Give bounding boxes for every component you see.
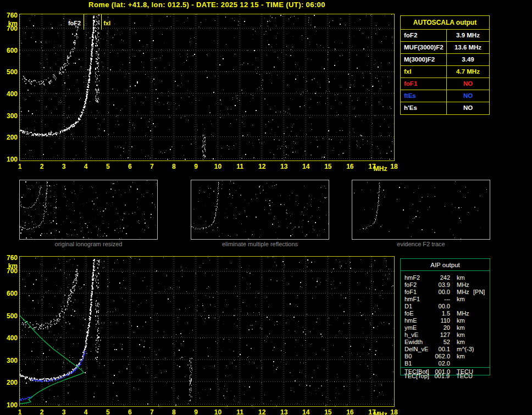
aip-row-foF1: foF100.0MHz[PN] [401, 289, 490, 296]
bottom-y-tick-300: 300 [1, 357, 18, 364]
bottom-x-unit: MHz [374, 411, 386, 415]
ionogram-bottom-canvas [20, 257, 394, 406]
aip-row-ymE: ymE20km [401, 324, 490, 331]
aip-row-label: foE [404, 310, 414, 317]
aip-row-value: 52 [429, 339, 450, 346]
aip-row-unit: MHz [457, 281, 469, 289]
aip-row-value: 03.9 [429, 281, 450, 289]
aip-row-label: TEC[Top] [404, 373, 429, 380]
caption-no-multiples: eliminate multiple reflections [191, 241, 329, 247]
bottom-y-tick-400: 400 [1, 335, 18, 341]
bottom-y-tick-100: 100 [1, 402, 18, 408]
aip-row-label: B0 [404, 353, 412, 360]
aip-row-TEC-Top: TEC[Top]001.9TECU [400, 373, 490, 380]
top-x-tick-18: 18 [388, 163, 400, 170]
aip-row-unit: km [457, 339, 465, 346]
autoscala-row-label: fxI [401, 66, 447, 78]
autoscala-row-h'Es: h'EsNO [401, 102, 489, 114]
aip-row-value: --- [429, 296, 450, 303]
top-x-tick-13: 13 [278, 163, 290, 170]
autoscala-row-foF2: foF23.9 MHz [401, 30, 489, 42]
aip-row-value: 00.0 [429, 303, 450, 310]
autoscala-row-ftEs: ftEsNO [401, 90, 489, 102]
aip-row-label: foF2 [404, 281, 417, 289]
aip-row-value: 242 [429, 274, 450, 281]
bottom-x-tick-13: 13 [278, 409, 290, 415]
top-x-tick-7: 7 [146, 163, 158, 170]
top-y-tick-760: 760 [1, 12, 18, 19]
bottom-y-tick-600: 600 [1, 290, 18, 297]
bottom-x-tick-4: 4 [80, 409, 92, 415]
aip-row-foE: foE1.5MHz [401, 310, 490, 317]
aip-row-value: 00.0 [429, 289, 450, 296]
aip-tec-top-container: TEC[Top]001.9TECU [400, 373, 490, 380]
top-y-tick-300: 300 [1, 113, 18, 119]
bottom-x-tick-3: 3 [58, 409, 70, 415]
bottom-y-tick-760: 760 [1, 254, 18, 261]
ionogram-top: foF2fxI [19, 14, 395, 161]
aip-row-label: DelN_vE [404, 346, 428, 353]
top-x-tick-6: 6 [124, 163, 136, 170]
caption-original-ionogram: original ionogram resized [19, 241, 158, 247]
autoscala-row-label: ftEs [401, 90, 447, 102]
aip-row-unit: MHz [457, 310, 469, 317]
autoscala-row-value: 4.7 MHz [447, 66, 489, 78]
top-x-tick-3: 3 [58, 163, 70, 170]
aip-row-hmE: hmE110km [401, 317, 490, 324]
top-x-tick-5: 5 [102, 163, 114, 170]
aip-row-hmF2: hmF2242km [401, 274, 490, 281]
aip-row-DelN_vE: DelN_vE00.1m^(-3) [401, 346, 490, 353]
autoscala-row-label: MUF(3000)F2 [401, 42, 447, 53]
aip-row-unit: TECU [456, 373, 473, 380]
autoscala-row-value: 3.49 [447, 54, 489, 65]
aip-row-h_vE: h_vE127km [401, 331, 490, 339]
aip-row-foF2: foF203.9MHz [401, 281, 490, 289]
autoscala-row-value: NO [447, 78, 489, 90]
aip-row-unit: km [457, 331, 465, 339]
aip-row-label: D1 [404, 303, 412, 310]
top-y-tick-100: 100 [1, 156, 18, 163]
aip-output-table: AIP output hmF2242kmfoF203.9MHzfoF100.0M… [400, 258, 490, 375]
aip-row-unit: m^(-3) [457, 346, 474, 353]
aip-row-value: 00.1 [429, 346, 450, 353]
aip-row-B0: B0062.0km [401, 353, 490, 360]
autoscala-row-label: foF2 [401, 30, 447, 41]
bottom-y-tick-500: 500 [1, 313, 18, 319]
bottom-y-unit: km [1, 263, 18, 269]
bottom-x-tick-10: 10 [212, 409, 224, 415]
bottom-x-tick-12: 12 [256, 409, 268, 415]
top-x-tick-1: 1 [14, 163, 26, 170]
thumbnail-f2-trace [352, 180, 490, 240]
aip-row-label: foF1 [404, 289, 417, 296]
top-x-tick-11: 11 [234, 163, 246, 170]
aip-row-extra: [PN] [473, 289, 485, 296]
top-y-tick-600: 600 [1, 47, 18, 54]
aip-row-unit: km [457, 353, 465, 360]
bottom-x-tick-14: 14 [300, 409, 312, 415]
top-x-tick-12: 12 [256, 163, 268, 170]
bottom-y-tick-200: 200 [1, 379, 18, 386]
thumbnail-f2-trace-canvas [352, 180, 490, 239]
top-x-tick-14: 14 [300, 163, 312, 170]
top-y-tick-500: 500 [1, 69, 18, 75]
top-x-tick-4: 4 [80, 163, 92, 170]
marker-label-fxI: fxI [103, 20, 110, 26]
aip-row-unit: km [457, 317, 465, 324]
aip-row-B1: B102.0 [401, 360, 490, 367]
aip-row-unit: km [457, 296, 465, 303]
top-x-tick-16: 16 [344, 163, 356, 170]
bottom-x-tick-6: 6 [124, 409, 136, 415]
bottom-x-tick-5: 5 [102, 409, 114, 415]
ionogram-top-canvas: foF2fxI [20, 14, 394, 161]
aip-row-value: 127 [429, 331, 450, 339]
aip-row-label: hmE [404, 317, 417, 324]
aip-row-value: 062.0 [429, 353, 450, 360]
bottom-x-tick-16: 16 [344, 409, 356, 415]
autoscala-row-foF1: foF1NO [401, 78, 489, 90]
aip-row-unit: MHz [457, 289, 469, 296]
bottom-x-tick-15: 15 [322, 409, 334, 415]
bottom-x-tick-9: 9 [190, 409, 202, 415]
aip-row-D1: D100.0 [401, 303, 490, 310]
top-y-tick-200: 200 [1, 134, 18, 141]
autoscala-row-value: NO [447, 90, 489, 102]
